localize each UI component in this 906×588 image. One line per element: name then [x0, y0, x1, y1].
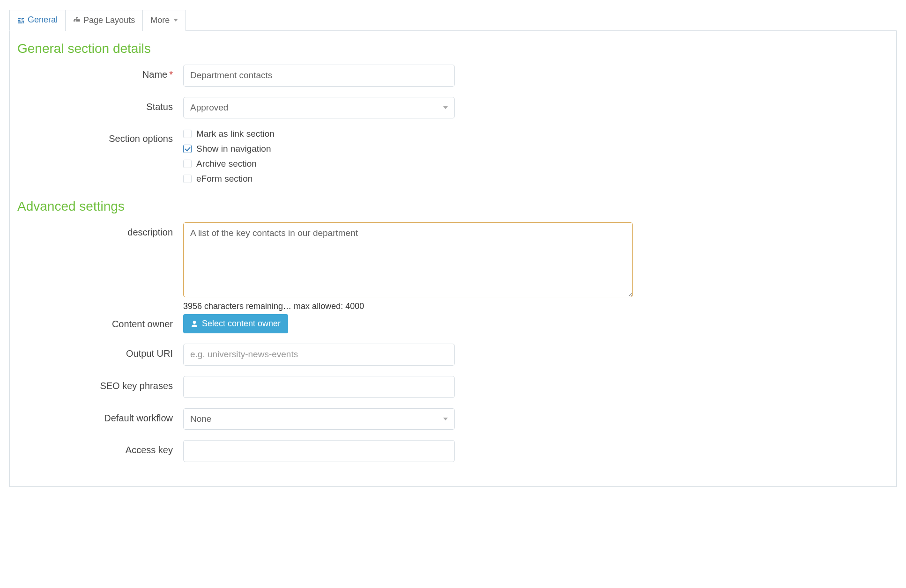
- select-content-owner-button[interactable]: Select content owner: [183, 314, 288, 333]
- seo-label: SEO key phrases: [15, 376, 183, 391]
- access-key-input[interactable]: [183, 440, 455, 462]
- tab-general[interactable]: General: [9, 10, 66, 31]
- advanced-heading: Advanced settings: [17, 199, 891, 214]
- sitemap-icon: [73, 16, 81, 24]
- checkbox-eform-label: eForm section: [196, 174, 252, 184]
- caret-down-icon: [443, 418, 448, 420]
- workflow-label: Default workflow: [15, 408, 183, 424]
- output-uri-input[interactable]: [183, 344, 455, 366]
- checkbox-eform[interactable]: [183, 175, 192, 183]
- workflow-value: None: [190, 413, 211, 425]
- checkbox-archive[interactable]: [183, 160, 192, 168]
- required-marker: *: [167, 69, 173, 80]
- tab-general-label: General: [28, 15, 58, 25]
- general-heading: General section details: [17, 41, 891, 56]
- name-input[interactable]: [183, 65, 455, 87]
- description-textarea[interactable]: [183, 222, 633, 297]
- section-options-label: Section options: [15, 129, 183, 144]
- char-remaining: 3956 characters remaining… max allowed: …: [183, 301, 882, 311]
- access-key-label: Access key: [15, 440, 183, 456]
- checkbox-link-section[interactable]: [183, 130, 192, 138]
- output-uri-label: Output URI: [15, 344, 183, 359]
- name-label: Name*: [15, 65, 183, 80]
- checkbox-archive-label: Archive section: [196, 159, 257, 169]
- panel: General section details Name* Status App…: [9, 31, 897, 487]
- status-select[interactable]: Approved: [183, 97, 455, 119]
- checkbox-show-nav-label: Show in navigation: [196, 144, 271, 154]
- workflow-select[interactable]: None: [183, 408, 455, 430]
- tab-more-label: More: [150, 15, 170, 25]
- tab-more[interactable]: More: [142, 10, 186, 31]
- select-content-owner-label: Select content owner: [202, 319, 281, 329]
- sliders-icon: [17, 16, 25, 24]
- user-icon: [191, 320, 198, 328]
- tab-page-layouts[interactable]: Page Layouts: [65, 10, 143, 31]
- seo-input[interactable]: [183, 376, 455, 398]
- checkbox-link-section-label: Mark as link section: [196, 129, 275, 139]
- tab-bar: General Page Layouts More: [9, 9, 897, 31]
- content-owner-label: Content owner: [15, 314, 183, 330]
- description-label: description: [15, 222, 183, 238]
- checkbox-show-nav[interactable]: [183, 145, 192, 153]
- tab-page-layouts-label: Page Layouts: [83, 15, 135, 25]
- caret-down-icon: [443, 106, 448, 109]
- status-label: Status: [15, 97, 183, 112]
- caret-down-icon: [173, 19, 178, 22]
- status-value: Approved: [190, 102, 228, 114]
